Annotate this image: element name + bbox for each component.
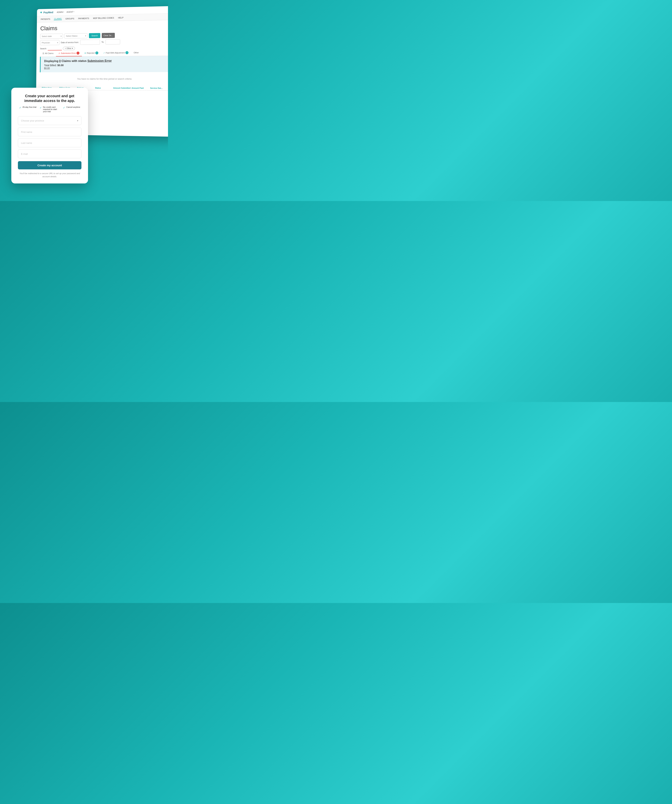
clear-button[interactable]: Clear Se... [102, 33, 115, 38]
top-nav-patients[interactable]: PATIENTS [40, 18, 51, 20]
search-label: Search: [40, 47, 47, 50]
province-dropdown[interactable]: Choose your province ▾ [18, 116, 82, 125]
tab-submission-error-badge: 0 [77, 52, 80, 55]
claims-display: Displaying 0 Claims with status Submissi… [40, 56, 168, 72]
date-to-input[interactable] [106, 39, 120, 44]
th-amount-submitted: Amount Submitted [113, 87, 132, 89]
tab-all-claims-label: All Claims [45, 52, 54, 54]
date-from-input[interactable] [80, 39, 100, 45]
tab-paid-adjustment-icon: ✓ [103, 52, 105, 54]
last-name-input[interactable] [18, 139, 82, 147]
check-icon-cancel: ✓ [63, 106, 65, 109]
create-account-button[interactable]: Create my account [18, 161, 82, 169]
tab-paid-adjustment-label: Paid With Adjustment [106, 52, 125, 54]
no-claims-message: You have no claims for this time period … [40, 72, 168, 86]
check-icon-no-credit: ✓ [40, 106, 42, 109]
claims-total-billed-amount: $0.00 [57, 64, 64, 67]
province-dropdown-caret: ▾ [77, 119, 78, 122]
logo-icon: ✦ [40, 11, 42, 15]
tab-rejected[interactable]: ⊘ Rejected 0 [82, 50, 101, 56]
filter-row-2: Physician Date of service from: To: [40, 39, 168, 45]
tab-rejected-label: Rejected [87, 52, 95, 54]
search-button[interactable]: Search [89, 33, 100, 38]
other-button[interactable]: + Other ▾ [63, 47, 75, 50]
claims-total-paid-amount: $0.00 [44, 67, 50, 69]
logo[interactable]: ✦ PayMed [40, 10, 53, 15]
top-nav-groups[interactable]: GROUPS [65, 17, 75, 20]
tab-submission-error-icon: ⚠ [59, 52, 60, 54]
top-nav-claims[interactable]: CLAIMS [54, 18, 62, 20]
tab-paid-adjustment[interactable]: ✓ Paid With Adjustment 0 [101, 50, 131, 56]
search-input[interactable] [48, 46, 62, 51]
nav-admin-caret: ▾ [64, 11, 64, 13]
claims-display-title: Displaying 0 Claims with status Submissi… [44, 59, 167, 63]
benefit-no-credit: ✓ No credit card required to start your … [40, 106, 60, 113]
benefits-row: ✓ 45-day free trial ✓ No credit card req… [18, 106, 82, 113]
tab-all-claims-icon: ☰ [42, 52, 44, 55]
tab-rejected-badge: 0 [95, 52, 98, 54]
tab-rejected-icon: ⊘ [84, 52, 86, 54]
filter-row-1: Select state Select Status Search Clear … [40, 32, 168, 39]
signup-card: Create your account and get immediate ac… [11, 88, 88, 183]
physician-select[interactable]: Physician [40, 40, 60, 45]
benefit-cancel-label: Cancel anytime [66, 106, 80, 108]
th-amount-paid: Amount Paid [132, 87, 150, 89]
other-label: + Other [65, 47, 72, 49]
tab-other-label: Other [134, 52, 139, 54]
page-title: Claims [40, 23, 168, 32]
benefit-no-credit-label: No credit card required to start your tr… [43, 106, 60, 113]
nav-agent-caret: ▾ [73, 11, 74, 13]
nav-agent-label: AGENT [67, 11, 73, 13]
benefit-cancel: ✓ Cancel anytime [63, 106, 80, 113]
claims-status: Submission Error [87, 59, 112, 62]
tabs-row: ☰ All Claims ⚠ Submission Error 0 ⊘ Reje… [40, 49, 168, 57]
status-select-wrapper: Select Status [64, 33, 88, 39]
nav-admin-label: ADMIN [57, 11, 63, 13]
other-caret: ▾ [72, 47, 73, 49]
nav-links: ADMIN ▾ AGENT ▾ [57, 11, 74, 13]
claims-total-paid: $0.00 [44, 66, 167, 69]
benefit-free-trial: ✓ 45-day free trial [19, 106, 36, 113]
card-title: Create your account and get immediate ac… [18, 93, 82, 103]
state-select-wrapper: Select state [40, 34, 63, 39]
tab-submission-error-label: Submission Error [61, 52, 76, 54]
top-nav-payments[interactable]: PAYMENTS [78, 17, 90, 20]
status-select[interactable]: Select Status [64, 33, 88, 39]
tab-other[interactable]: Other [131, 50, 142, 56]
check-icon-free-trial: ✓ [19, 106, 21, 109]
date-from-label: Date of service from: [61, 41, 79, 44]
redirect-note: You'll be redirected to a secure URL to … [18, 172, 82, 178]
benefit-free-trial-label: 45-day free trial [23, 106, 36, 108]
th-service-date: Service Dat... [150, 87, 168, 89]
nav-admin[interactable]: ADMIN ▾ [57, 11, 64, 13]
first-name-input[interactable] [18, 127, 82, 136]
email-input[interactable] [18, 149, 82, 158]
claims-count: 0 [59, 60, 61, 63]
tab-submission-error[interactable]: ⚠ Submission Error 0 [56, 50, 82, 57]
logo-text: PayMed [44, 11, 53, 14]
top-nav-msp[interactable]: MSP BILLING CODES [93, 16, 114, 19]
province-placeholder: Choose your province [21, 119, 44, 122]
tab-paid-adjustment-badge: 0 [126, 51, 128, 54]
main-content: Claims Select state Select Status Search… [36, 20, 168, 93]
th-status: Status [95, 87, 113, 89]
date-to-label: To: [101, 41, 104, 43]
state-select[interactable]: Select state [40, 34, 63, 39]
top-nav-help[interactable]: HELP [117, 16, 124, 19]
tab-all-claims[interactable]: ☰ All Claims [40, 51, 56, 56]
physician-select-wrapper: Physician [40, 40, 60, 45]
nav-agent[interactable]: AGENT ▾ [67, 11, 74, 13]
